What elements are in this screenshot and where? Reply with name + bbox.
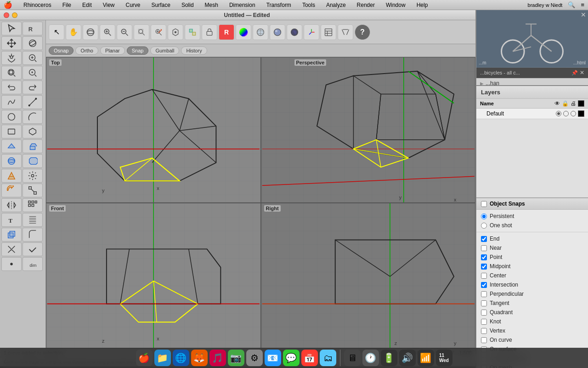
dock-folder[interactable]: 📁: [154, 350, 171, 366]
cage-select-btn[interactable]: [168, 24, 183, 40]
snap-point-check[interactable]: [481, 254, 487, 260]
snap-tangent-check[interactable]: [481, 300, 487, 306]
panel-close[interactable]: ✕: [581, 11, 586, 18]
rectangle-tool[interactable]: [1, 125, 22, 138]
select-btn[interactable]: ↖: [49, 24, 64, 40]
menu-window[interactable]: Window: [384, 2, 407, 8]
viewport-front[interactable]: Front: [46, 203, 261, 349]
snap-center-check[interactable]: [481, 273, 487, 279]
layer-visible-dot[interactable]: [556, 111, 561, 116]
redo-tool[interactable]: [23, 80, 43, 94]
dock-firefox[interactable]: 🦊: [191, 350, 208, 366]
dock-music[interactable]: 🎵: [209, 350, 226, 366]
dock-photos[interactable]: 📷: [228, 350, 244, 366]
zoom-out-btn[interactable]: [117, 24, 132, 40]
snap-knot-check[interactable]: [481, 319, 487, 325]
orbit-tool[interactable]: [23, 36, 43, 50]
orbit-btn[interactable]: [83, 24, 98, 40]
menu-render[interactable]: Render: [355, 2, 377, 8]
dock-date[interactable]: 11Wed: [436, 350, 452, 366]
pan-tool[interactable]: [1, 51, 22, 65]
dock-battery[interactable]: 🔋: [381, 350, 397, 366]
selected-only-btn[interactable]: [151, 24, 166, 40]
minimize-button[interactable]: [12, 12, 17, 18]
dock-messages[interactable]: 💬: [283, 350, 300, 366]
snap-vertex-check[interactable]: [481, 328, 487, 334]
snap-intersection-check[interactable]: [481, 282, 487, 288]
menu-edit[interactable]: Edit: [80, 2, 94, 8]
uv-btn[interactable]: [338, 24, 353, 40]
line-tool[interactable]: [23, 95, 43, 109]
menu-help[interactable]: Help: [415, 2, 430, 8]
trim-tool[interactable]: [1, 242, 22, 256]
color-wheel-btn[interactable]: [236, 24, 251, 40]
menu-analyze[interactable]: Analyze: [324, 2, 348, 8]
point-tool[interactable]: [1, 257, 22, 271]
snap-near-check[interactable]: [481, 245, 487, 251]
layout-btn[interactable]: [321, 24, 336, 40]
menu-tools[interactable]: Tools: [300, 2, 317, 8]
viewport-top[interactable]: Top x y: [46, 57, 261, 203]
layer-row-default[interactable]: Default: [476, 109, 588, 119]
mesh-tool[interactable]: [1, 169, 22, 183]
scale-tool[interactable]: [23, 184, 43, 197]
transform-btn[interactable]: [185, 24, 200, 40]
close-button[interactable]: [4, 12, 9, 18]
polygon-tool[interactable]: [23, 125, 43, 138]
gumball-btn[interactable]: [304, 24, 319, 40]
dock-volume[interactable]: 🔊: [399, 350, 416, 366]
viewport-perspective[interactable]: Perspective: [261, 57, 476, 203]
snap-toggle[interactable]: Snap: [127, 46, 149, 55]
osnap-toggle[interactable]: Osnap: [49, 46, 74, 55]
array-tool[interactable]: [23, 198, 43, 212]
ortho-toggle[interactable]: Ortho: [75, 46, 98, 55]
move-tool[interactable]: [1, 36, 22, 50]
fillet-tool[interactable]: [23, 228, 43, 242]
panel-close2[interactable]: ✕: [580, 69, 584, 76]
dock-wifi[interactable]: 📶: [418, 350, 434, 366]
planar-toggle[interactable]: Planar: [100, 46, 125, 55]
curve-tool[interactable]: [1, 95, 22, 109]
gear-tool[interactable]: [23, 169, 43, 183]
undo-tool[interactable]: [1, 80, 22, 94]
sphere-view-btn[interactable]: [253, 24, 268, 40]
help-btn[interactable]: ?: [355, 24, 370, 40]
hatch-tool[interactable]: [23, 213, 43, 227]
mirror-tool[interactable]: [1, 198, 22, 212]
box-tool[interactable]: [23, 154, 43, 168]
pan-btn[interactable]: ✋: [66, 24, 81, 40]
menu-file[interactable]: File: [61, 2, 73, 8]
dock-finder[interactable]: 🍎: [136, 350, 153, 366]
zoom-in-btn[interactable]: [100, 24, 115, 40]
dock-calendar[interactable]: 📅: [301, 350, 318, 366]
zoom-window-tool[interactable]: [1, 66, 22, 80]
layer-print-dot[interactable]: [571, 111, 576, 116]
panel-pin[interactable]: 📌: [571, 70, 578, 76]
oneshot-radio[interactable]: [481, 223, 487, 229]
gumball-toggle[interactable]: Gumball: [150, 46, 179, 55]
menu-transform[interactable]: Transform: [265, 2, 293, 8]
boolean-tool[interactable]: [1, 228, 22, 242]
dock-settings[interactable]: ⚙: [246, 350, 263, 366]
snap-end-check[interactable]: [481, 236, 487, 242]
menu-view[interactable]: View: [101, 2, 117, 8]
extrude-tool[interactable]: [23, 139, 43, 153]
dark-sphere-btn[interactable]: [287, 24, 302, 40]
rhino-icon-btn[interactable]: R: [219, 24, 234, 40]
circle-tool[interactable]: [1, 110, 22, 124]
persistent-radio[interactable]: [481, 213, 487, 219]
zoom-extents-tool[interactable]: [23, 66, 43, 80]
snap-oncurve-check[interactable]: [481, 337, 487, 343]
zoom-tool[interactable]: [23, 51, 43, 65]
zoom-all-btn[interactable]: [134, 24, 149, 40]
sphere-tool[interactable]: [1, 154, 22, 168]
menu-dimension[interactable]: Dimension: [227, 2, 257, 8]
checkmark-tool[interactable]: [23, 242, 43, 256]
layer-lock-dot[interactable]: [563, 111, 569, 116]
menu-curve[interactable]: Curve: [124, 2, 142, 8]
dock-monitor[interactable]: 🖥: [344, 350, 361, 366]
snap-perpendicular-check[interactable]: [481, 291, 487, 297]
dim-tool[interactable]: dim: [23, 257, 43, 271]
osnap-panel-toggle[interactable]: [481, 201, 487, 207]
layer-color[interactable]: [578, 110, 584, 117]
